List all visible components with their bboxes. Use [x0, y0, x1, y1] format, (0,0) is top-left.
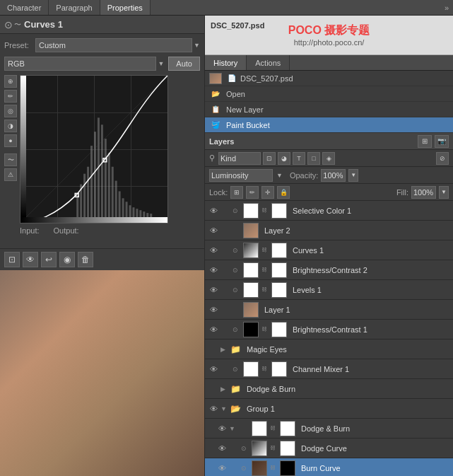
opacity-input[interactable]	[321, 169, 346, 182]
layer-link[interactable]: ⊙	[230, 245, 240, 255]
mask-button[interactable]: ⊡	[4, 252, 20, 267]
layer-item[interactable]: 👁 ⊙ ⛓ Brightness/Contrast 2	[205, 260, 453, 280]
auto-button[interactable]: Auto	[168, 57, 200, 71]
lock-position-btn[interactable]: ✛	[261, 186, 274, 199]
warning-icon[interactable]: ⚠	[4, 168, 17, 181]
folder-expand-btn[interactable]: ▶	[220, 346, 229, 353]
new-layer-icon: 📋	[209, 104, 222, 115]
layer-item[interactable]: 👁 ⊙ ⛓ Selective Color 1	[205, 201, 453, 221]
history-label-paint-bucket: Paint Bucket	[226, 121, 270, 129]
lock-all-btn[interactable]: 🔒	[277, 186, 290, 199]
layer-visibility-toggle[interactable]: 👁	[208, 265, 219, 276]
filter-toggle-btn[interactable]: ⊘	[436, 152, 449, 165]
folder-expand-btn[interactable]: ▼	[220, 405, 229, 412]
layer-link[interactable]: ⊙	[230, 325, 240, 335]
layer-item-selected[interactable]: 👁 ⊙ ⛓ Burn Curve	[205, 458, 453, 476]
blend-mode-select[interactable]: Luminosity Normal Multiply Screen	[209, 169, 273, 182]
lock-pixels-btn[interactable]: ✏	[246, 186, 259, 199]
filter-smart-btn[interactable]: ◈	[322, 152, 335, 165]
layer-mask-thumbnail	[280, 421, 295, 436]
file-icon: 📄	[226, 73, 237, 84]
layer-link[interactable]: ⊙	[230, 265, 240, 275]
layer-name: Channel Mixer 1	[290, 365, 450, 373]
history-button[interactable]: ↩	[41, 252, 57, 267]
layer-item[interactable]: 👁 ⊙ ⛓ Channel Mixer 1	[205, 359, 453, 379]
tab-paragraph[interactable]: Paragraph	[49, 0, 100, 15]
layer-mask-link: ⛓	[270, 465, 277, 471]
layer-item-folder[interactable]: 👁 ▶ 📁 Dodge & Burn	[205, 379, 453, 399]
svg-rect-5	[94, 132, 96, 223]
layer-visibility-toggle[interactable]: 👁	[208, 383, 219, 395]
black-point-icon[interactable]: ●	[4, 134, 17, 147]
history-item-paint-bucket[interactable]: 🪣 Paint Bucket	[205, 117, 453, 133]
layer-visibility-toggle[interactable]: 👁	[208, 205, 219, 216]
layer-link[interactable]: ⊙	[230, 364, 240, 374]
history-label-open: Open	[226, 90, 245, 98]
layer-visibility-toggle[interactable]: 👁	[208, 324, 219, 335]
layer-item[interactable]: 👁 ⊙ ⛓ Curves 1	[205, 240, 453, 260]
folder-expand-btn[interactable]: ▼	[229, 425, 237, 432]
tab-properties[interactable]: Properties	[100, 0, 151, 15]
folder-expand-btn[interactable]: ▶	[220, 385, 229, 393]
layer-visibility-toggle[interactable]: 👁	[208, 304, 219, 315]
delete-button[interactable]: 🗑	[78, 252, 93, 267]
eye-button[interactable]: 👁	[23, 252, 38, 267]
layer-item[interactable]: 👁 ⊙ ⛓ Levels 1	[205, 280, 453, 300]
layer-item[interactable]: 👁 ⊙ ⛓ Brightness/Contrast 1	[205, 320, 453, 339]
layer-item-group[interactable]: 👁 ▼ 📂 Group 1	[205, 399, 453, 419]
panel-expand-btn[interactable]: »	[440, 4, 453, 12]
layer-item[interactable]: 👁 Layer 1	[205, 300, 453, 320]
layer-visibility-toggle[interactable]: 👁	[216, 423, 228, 434]
layer-item[interactable]: 👁 ▼ ⛓ Dodge & Burn	[205, 419, 453, 439]
tab-history[interactable]: History	[205, 55, 247, 70]
layer-visibility-toggle[interactable]: 👁	[216, 463, 228, 474]
layer-name: Curves 1	[290, 246, 450, 255]
layer-visibility-toggle[interactable]: 👁	[208, 364, 219, 375]
layer-link[interactable]: ⊙	[239, 443, 249, 453]
filter-type-btn[interactable]: T	[293, 152, 305, 165]
layer-item[interactable]: 👁 ⊙ ⛓ Dodge Curve	[205, 439, 453, 458]
tab-character[interactable]: Character	[0, 0, 49, 15]
svg-rect-4	[90, 146, 93, 223]
history-thumb-file	[209, 73, 222, 84]
point-tool-icon[interactable]: ⊕	[4, 75, 17, 88]
filter-shape-btn[interactable]: □	[307, 152, 320, 165]
svg-rect-6	[98, 117, 100, 223]
filter-pixel-btn[interactable]: ⊡	[263, 152, 276, 165]
history-item-open[interactable]: 📂 Open	[205, 86, 453, 102]
layer-item[interactable]: 👁 Layer 2	[205, 221, 453, 240]
history-item-file[interactable]: 📄 DSC_5207.psd	[205, 71, 453, 86]
lock-transparent-btn[interactable]: ⊞	[230, 186, 243, 199]
history-tabs: History Actions	[205, 55, 453, 71]
curves-graph[interactable]	[20, 75, 168, 224]
fill-dropdown-btn[interactable]: ▼	[439, 186, 449, 199]
fill-input[interactable]	[411, 186, 436, 199]
layer-link[interactable]: ⊙	[239, 463, 249, 473]
history-item-new-layer[interactable]: 📋 New Layer	[205, 102, 453, 117]
channel-select[interactable]: RGB Red Green Blue	[4, 57, 156, 71]
image-area	[0, 270, 204, 476]
opacity-dropdown-btn[interactable]: ▼	[348, 169, 358, 182]
layer-visibility-toggle[interactable]: 👁	[208, 403, 219, 414]
tab-actions[interactable]: Actions	[247, 55, 290, 70]
smooth-icon[interactable]: 〜	[4, 153, 17, 166]
visibility-button[interactable]: ◉	[59, 252, 75, 267]
kind-select[interactable]: Kind	[218, 152, 261, 165]
layer-visibility-toggle[interactable]: 👁	[208, 284, 219, 296]
layer-visibility-toggle[interactable]: 👁	[216, 443, 228, 454]
history-label-new-layer: New Layer	[226, 105, 264, 114]
layer-visibility-toggle[interactable]: 👁	[208, 344, 219, 355]
create-group-btn[interactable]: ⊞	[418, 135, 432, 148]
filter-adj-btn[interactable]: ◕	[278, 152, 290, 165]
layer-name: Levels 1	[290, 286, 450, 294]
layer-visibility-toggle[interactable]: 👁	[208, 225, 219, 236]
eyedropper-icon[interactable]: ◎	[4, 105, 17, 117]
layer-visibility-toggle[interactable]: 👁	[208, 245, 219, 256]
layer-item-folder[interactable]: 👁 ▶ 📁 Magic Eyes	[205, 339, 453, 359]
preset-select[interactable]: Custom Default Linear Contrast	[35, 38, 192, 52]
layer-link[interactable]: ⊙	[230, 285, 240, 295]
layer-link[interactable]: ⊙	[230, 206, 240, 216]
create-adjustment-btn[interactable]: 📷	[435, 135, 449, 148]
pencil-tool-icon[interactable]: ✏	[4, 90, 17, 103]
white-point-icon[interactable]: ◑	[4, 120, 17, 132]
